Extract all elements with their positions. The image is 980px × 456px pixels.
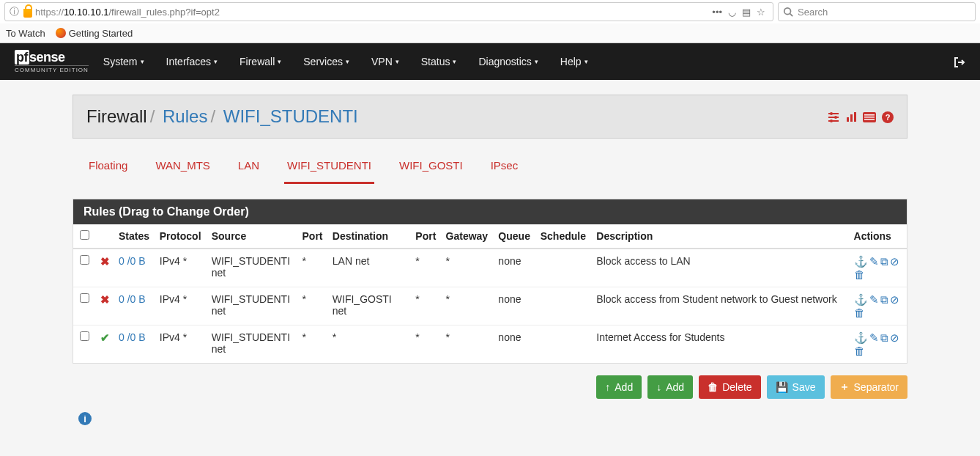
delete-button[interactable]: 🗑Delete (699, 375, 760, 399)
row-checkbox[interactable] (80, 255, 89, 265)
save-button[interactable]: 💾Save (767, 375, 825, 399)
disable-icon[interactable]: ⊘ (890, 331, 899, 345)
pass-icon: ✔ (95, 326, 114, 364)
breadcrumb-leaf[interactable]: WIFI_STUDENTI (223, 106, 358, 126)
disable-icon[interactable]: ⊘ (890, 255, 899, 268)
edit-icon[interactable]: ✎ (869, 255, 879, 268)
anchor-icon[interactable]: ⚓ (854, 293, 868, 306)
cell-description: Block access to LAN (592, 249, 849, 287)
trash-icon[interactable]: 🗑 (854, 345, 865, 357)
row-checkbox[interactable] (80, 331, 89, 341)
states-link[interactable]: 0 /0 B (119, 255, 146, 267)
col-11: Description (592, 224, 849, 249)
nav-help[interactable]: Help▾ (560, 56, 588, 67)
reject-icon: ✖ (95, 287, 114, 326)
cell-description: Block access from Student network to Gue… (592, 287, 849, 326)
firefox-icon (56, 28, 66, 38)
svg-point-5 (830, 112, 833, 115)
nav-status[interactable]: Status▾ (421, 56, 457, 67)
svg-point-0 (784, 8, 791, 15)
bookmark-getting-started[interactable]: Getting Started (56, 28, 133, 39)
col-0 (73, 224, 95, 249)
cell-description: Internet Access for Students (592, 326, 849, 364)
cell-dest: * (328, 326, 412, 364)
nav-vpn[interactable]: VPN▾ (371, 56, 399, 67)
edit-icon[interactable]: ✎ (869, 293, 879, 306)
cell-schedule (536, 326, 593, 364)
tab-wifi_gosti[interactable]: WIFI_GOSTI (396, 152, 466, 184)
add-bottom-button[interactable]: ↓Add (647, 375, 693, 399)
svg-rect-10 (854, 112, 856, 122)
plus-icon: ＋ (839, 380, 850, 394)
cell-queue: none (494, 287, 535, 326)
row-checkbox[interactable] (80, 293, 89, 303)
svg-rect-13 (864, 117, 875, 118)
col-8: Gateway (442, 224, 494, 249)
col-1 (95, 224, 114, 249)
cell-actions: ⚓✎⧉⊘🗑 (850, 287, 907, 326)
disable-icon[interactable]: ⊘ (890, 293, 899, 306)
col-10: Schedule (536, 224, 593, 249)
table-row[interactable]: ✔0 /0 BIPv4 *WIFI_STUDENTI net****noneIn… (73, 326, 907, 364)
cell-actions: ⚓✎⧉⊘🗑 (850, 249, 907, 287)
cell-source: WIFI_STUDENTI net (207, 326, 298, 364)
cell-protocol: IPv4 * (155, 287, 207, 326)
select-all-checkbox[interactable] (80, 230, 89, 240)
cell-gateway: * (442, 249, 494, 287)
log-icon[interactable] (863, 110, 876, 123)
col-2: States (114, 224, 155, 249)
arrow-down-icon: ↓ (656, 381, 661, 393)
copy-icon[interactable]: ⧉ (880, 331, 888, 345)
reader-icon[interactable]: ▤ (742, 7, 751, 18)
rules-table: StatesProtocolSourcePortDestinationPortG… (73, 224, 907, 363)
copy-icon[interactable]: ⧉ (880, 255, 888, 268)
add-top-button[interactable]: ↑Add (596, 375, 642, 399)
logo[interactable]: pfsense COMMUNITY EDITION (15, 50, 89, 73)
address-bar[interactable]: ⓘ https://10.10.10.1/firewall_rules.php?… (4, 2, 773, 21)
settings-icon[interactable] (828, 110, 839, 123)
cell-protocol: IPv4 * (155, 326, 207, 364)
svg-rect-9 (850, 114, 853, 122)
separator-button[interactable]: ＋Separator (831, 375, 907, 399)
info-icon[interactable]: i (78, 411, 907, 426)
anchor-icon[interactable]: ⚓ (854, 331, 868, 345)
states-link[interactable]: 0 /0 B (119, 293, 146, 305)
tab-floating[interactable]: Floating (86, 152, 130, 184)
trash-icon[interactable]: 🗑 (854, 268, 865, 281)
breadcrumb-rules[interactable]: Rules (163, 106, 207, 126)
table-row[interactable]: ✖0 /0 BIPv4 *WIFI_STUDENTI net*LAN net**… (73, 249, 907, 287)
tab-ipsec[interactable]: IPsec (488, 152, 521, 184)
more-icon[interactable]: ••• (712, 7, 722, 18)
logout-icon[interactable] (954, 55, 965, 68)
cell-source: WIFI_STUDENTI net (207, 287, 298, 326)
col-12: Actions (850, 224, 907, 249)
states-link[interactable]: 0 /0 B (119, 331, 146, 343)
help-icon[interactable]: ? (882, 110, 894, 123)
nav-firewall[interactable]: Firewall▾ (240, 56, 281, 67)
search-bar[interactable]: Search (778, 2, 976, 21)
stats-icon[interactable] (845, 110, 857, 123)
tab-wifi_studenti[interactable]: WIFI_STUDENTI (284, 152, 374, 184)
svg-rect-14 (864, 119, 875, 120)
col-5: Port (298, 224, 328, 249)
tab-wan_mts[interactable]: WAN_MTS (152, 152, 212, 184)
nav-system[interactable]: System▾ (103, 56, 144, 67)
cell-dport: * (411, 249, 441, 287)
tab-lan[interactable]: LAN (235, 152, 262, 184)
edit-icon[interactable]: ✎ (869, 331, 879, 345)
nav-interfaces[interactable]: Interfaces▾ (166, 56, 218, 67)
breadcrumb: Firewall/ Rules/ WIFI_STUDENTI (86, 106, 358, 127)
anchor-icon[interactable]: ⚓ (854, 255, 868, 268)
cell-queue: none (494, 326, 535, 364)
cell-actions: ⚓✎⧉⊘🗑 (850, 326, 907, 364)
col-3: Protocol (155, 224, 207, 249)
table-row[interactable]: ✖0 /0 BIPv4 *WIFI_STUDENTI net*WIFI_GOST… (73, 287, 907, 326)
trash-icon[interactable]: 🗑 (854, 306, 865, 319)
copy-icon[interactable]: ⧉ (880, 293, 888, 306)
pocket-icon[interactable]: ◡ (728, 7, 736, 18)
nav-diagnostics[interactable]: Diagnostics▾ (478, 56, 538, 67)
search-icon (783, 7, 793, 17)
bookmark-to-watch[interactable]: To Watch (6, 28, 45, 39)
nav-services[interactable]: Services▾ (303, 56, 349, 67)
bookmark-star-icon[interactable]: ☆ (757, 7, 765, 18)
